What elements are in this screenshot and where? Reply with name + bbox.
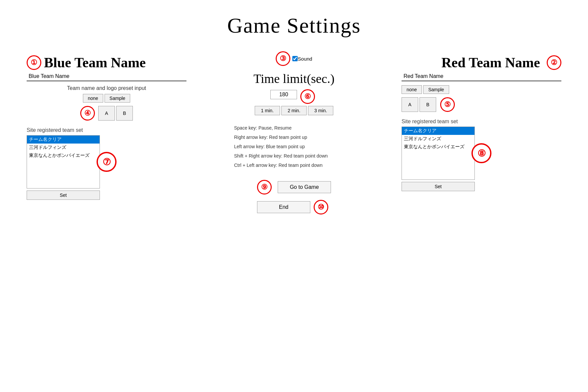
blue-team-name-row: ① Blue Team Name bbox=[27, 55, 186, 71]
red-team-preset-ab-row: A B ⑤ bbox=[402, 97, 561, 112]
blue-preset-none-btn[interactable]: none bbox=[83, 94, 103, 103]
blue-listbox-wrapper: チーム名クリア 三河ドルフィンズ 東京なんとかボンバイエーズ ⑦ bbox=[27, 135, 186, 189]
blue-team-listbox[interactable]: チーム名クリア 三河ドルフィンズ 東京なんとかボンバイエーズ bbox=[27, 135, 100, 189]
blue-team-preset-label: Team name and logo preset input bbox=[27, 85, 186, 91]
blue-list-item-2[interactable]: 東京なんとかボンバイエーズ bbox=[27, 152, 100, 160]
time-input[interactable] bbox=[270, 90, 297, 99]
blue-list-item-0[interactable]: チーム名クリア bbox=[27, 136, 100, 144]
red-team-name-row: Red Team Name ② bbox=[402, 55, 561, 71]
end-row: End ⑩ bbox=[257, 200, 331, 214]
blue-team-name-label: Blue Team Name bbox=[44, 55, 146, 71]
badge-10: ⑩ bbox=[314, 200, 328, 214]
blue-preset-a-btn[interactable]: A bbox=[98, 106, 115, 121]
red-list-item-1[interactable]: 三河ドルフィンズ bbox=[402, 135, 474, 143]
sound-label: Sound bbox=[298, 56, 312, 62]
center-section: ③ Sound Time limit(sec.) ⑥ 1 min. 2 min.… bbox=[231, 55, 357, 214]
red-listbox-wrapper: チーム名クリア 三河ドルフィンズ 東京なんとかボンバイエーズ ⑧ bbox=[402, 127, 561, 180]
red-list-item-2[interactable]: 東京なんとかボンバイエーズ bbox=[402, 143, 474, 151]
sound-row: ③ Sound bbox=[276, 51, 312, 66]
hotkey-4: Shift + Right arrow key: Red team point … bbox=[234, 151, 354, 161]
red-team-name-label: Red Team Name bbox=[441, 55, 540, 71]
time-limit-heading: Time limit(sec.) bbox=[253, 71, 334, 86]
badge-5: ⑤ bbox=[440, 97, 455, 112]
red-preset-none-btn[interactable]: none bbox=[402, 85, 422, 94]
go-to-game-row: ⑨ Go to Game bbox=[257, 180, 331, 195]
time-buttons: 1 min. 2 min. 3 min. bbox=[255, 106, 333, 115]
hotkey-1: Space key: Pause, Resume bbox=[234, 123, 354, 133]
blue-preset-b-btn[interactable]: B bbox=[116, 106, 133, 121]
end-btn[interactable]: End bbox=[257, 201, 310, 213]
badge-3: ③ bbox=[276, 51, 290, 66]
red-registered-label: Site registered team set bbox=[402, 119, 561, 125]
blue-registered-label: Site registered team set bbox=[27, 127, 186, 133]
red-team-section: Red Team Name ② none Sample A B ⑤ Site r… bbox=[402, 55, 561, 191]
badge-2: ② bbox=[547, 55, 561, 70]
red-set-btn[interactable]: Set bbox=[402, 182, 475, 191]
time-1min-btn[interactable]: 1 min. bbox=[255, 106, 280, 115]
blue-team-preset-buttons: none Sample bbox=[27, 94, 186, 103]
badge-6: ⑥ bbox=[300, 89, 315, 104]
hotkeys-area: Space key: Pause, Resume Right arrow key… bbox=[231, 123, 357, 170]
red-team-preset-buttons: none Sample bbox=[402, 85, 561, 94]
red-team-name-input[interactable] bbox=[402, 72, 561, 81]
time-2min-btn[interactable]: 2 min. bbox=[281, 106, 307, 115]
blue-list-item-1[interactable]: 三河ドルフィンズ bbox=[27, 144, 100, 152]
hotkey-2: Right arrow key: Red team point up bbox=[234, 133, 354, 142]
page-title: Game Settings bbox=[0, 0, 588, 48]
blue-set-btn[interactable]: Set bbox=[27, 191, 100, 200]
blue-team-name-input[interactable] bbox=[27, 72, 186, 81]
time-section: Time limit(sec.) ⑥ 1 min. 2 min. 3 min. bbox=[253, 71, 334, 123]
blue-team-section: ① Blue Team Name Team name and logo pres… bbox=[27, 55, 186, 200]
blue-team-preset-ab-row: ④ A B bbox=[27, 106, 186, 121]
blue-preset-sample-btn[interactable]: Sample bbox=[105, 94, 130, 103]
red-preset-sample-btn[interactable]: Sample bbox=[423, 85, 449, 94]
red-preset-a-btn[interactable]: A bbox=[402, 97, 418, 112]
time-3min-btn[interactable]: 3 min. bbox=[308, 106, 333, 115]
red-team-listbox[interactable]: チーム名クリア 三河ドルフィンズ 東京なんとかボンバイエーズ bbox=[402, 127, 475, 180]
red-list-item-0[interactable]: チーム名クリア bbox=[402, 127, 474, 135]
badge-4: ④ bbox=[80, 106, 95, 121]
hotkey-3: Left arrow key: Blue team point up bbox=[234, 142, 354, 151]
badge-9: ⑨ bbox=[257, 180, 272, 195]
red-preset-b-btn[interactable]: B bbox=[420, 97, 436, 112]
time-input-row: ⑥ bbox=[270, 89, 318, 104]
sound-checkbox[interactable] bbox=[292, 56, 298, 61]
badge-1: ① bbox=[27, 55, 41, 70]
bottom-buttons: ⑨ Go to Game End ⑩ bbox=[257, 180, 331, 214]
hotkey-5: Ctrl + Left arrow key: Red team point do… bbox=[234, 161, 354, 170]
go-to-game-btn[interactable]: Go to Game bbox=[278, 181, 331, 193]
